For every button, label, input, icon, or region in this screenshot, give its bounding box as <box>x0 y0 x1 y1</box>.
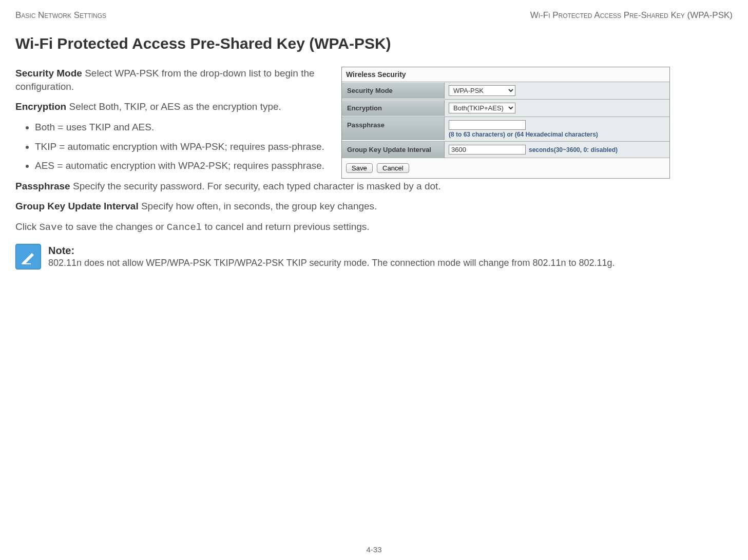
group-key-label: Group Key Update Interval <box>15 201 139 211</box>
ss-label-security-mode: Security Mode <box>342 83 445 99</box>
ss-row-security-mode: Security Mode WPA-PSK <box>342 82 669 99</box>
page-title: Wi-Fi Protected Access Pre-Shared Key (W… <box>15 35 733 52</box>
ss-label-passphrase: Passphrase <box>342 117 445 140</box>
encryption-list: Both = uses TKIP and AES. TKIP = automat… <box>35 121 331 172</box>
passphrase-hint: (8 to 63 characters) or (64 Hexadecimal … <box>449 131 598 138</box>
header-right: Wi-Fi Protected Access Pre-Shared Key (W… <box>530 10 733 21</box>
list-item: Both = uses TKIP and AES. <box>35 121 331 134</box>
group-key-hint: seconds(30~3600, 0: disabled) <box>529 146 618 153</box>
security-mode-para: Security Mode Select WPA-PSK from the dr… <box>15 67 331 93</box>
passphrase-text: Specify the security password. For secur… <box>70 181 441 191</box>
click-save-para: Click Save to save the changes or Cancel… <box>15 220 733 235</box>
header-left: Basic Network Settings <box>15 10 106 21</box>
cancel-button[interactable]: Cancel <box>377 163 409 173</box>
ss-row-passphrase: Passphrase (8 to 63 characters) or (64 H… <box>342 117 669 141</box>
security-mode-select[interactable]: WPA-PSK <box>449 85 515 96</box>
click-save-post: to cancel and return previous settings. <box>202 221 369 232</box>
ss-row-group-key: Group Key Update Interval seconds(30~360… <box>342 141 669 158</box>
group-key-para: Group Key Update Interval Specify how of… <box>15 200 733 213</box>
security-mode-label: Security Mode <box>15 68 82 79</box>
note-label: Note: <box>48 244 615 257</box>
ss-label-group-key: Group Key Update Interval <box>342 142 445 158</box>
note-text: 802.11n does not allow WEP/WPA-PSK TKIP/… <box>48 258 615 268</box>
list-item: TKIP = automatic encryption with WPA-PSK… <box>35 140 331 153</box>
note-content: Note: 802.11n does not allow WEP/WPA-PSK… <box>48 244 615 269</box>
encryption-label: Encryption <box>15 101 66 112</box>
encryption-select[interactable]: Both(TKIP+AES) <box>449 103 515 113</box>
encryption-para: Encryption Select Both, TKIP, or AES as … <box>15 100 331 113</box>
cancel-mono: Cancel <box>167 222 202 233</box>
group-key-input[interactable] <box>449 145 526 155</box>
save-button[interactable]: Save <box>346 163 373 173</box>
note-icon <box>15 244 41 269</box>
passphrase-label: Passphrase <box>15 181 70 191</box>
list-item: AES = automatic encryption with WPA2-PSK… <box>35 159 331 172</box>
passphrase-para: Passphrase Specify the security password… <box>15 180 733 193</box>
ss-label-encryption: Encryption <box>342 100 445 116</box>
wireless-security-screenshot: Wireless Security Security Mode WPA-PSK … <box>341 67 670 179</box>
screenshot-title: Wireless Security <box>342 67 669 82</box>
click-save-mid: to save the changes or <box>63 221 167 232</box>
encryption-text: Select Both, TKIP, or AES as the encrypt… <box>66 101 281 112</box>
screenshot-buttons: Save Cancel <box>342 158 669 178</box>
group-key-text: Specify how often, in seconds, the group… <box>139 201 377 211</box>
note-box: Note: 802.11n does not allow WEP/WPA-PSK… <box>15 244 733 269</box>
click-save-pre: Click <box>15 221 39 232</box>
save-mono: Save <box>39 222 63 233</box>
page-header: Basic Network Settings Wi-Fi Protected A… <box>15 10 733 21</box>
ss-row-encryption: Encryption Both(TKIP+AES) <box>342 99 669 117</box>
svg-rect-0 <box>22 263 31 264</box>
passphrase-input[interactable] <box>449 120 526 130</box>
